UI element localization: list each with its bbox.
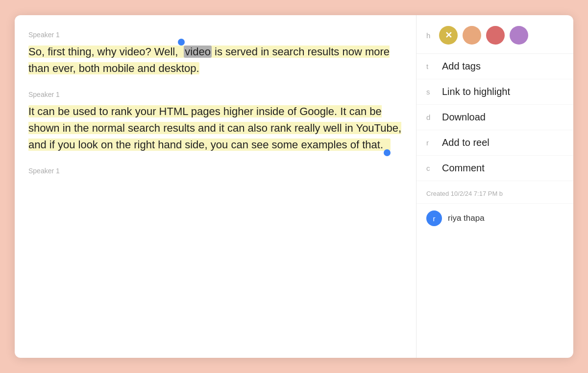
menu-item-download[interactable]: d Download xyxy=(416,105,573,130)
label-add-tags: Add tags xyxy=(442,61,481,72)
x-icon: ✕ xyxy=(445,31,452,40)
highlighted-text-1[interactable]: So, first thing, why video? Well,​video … xyxy=(28,46,390,74)
menu-item-add-tags[interactable]: t Add tags xyxy=(416,54,573,79)
label-link-highlight: Link to highlight xyxy=(442,86,510,97)
color-yellow[interactable]: ✕ xyxy=(439,26,458,45)
speaker-label-3: Speaker 1 xyxy=(28,167,402,175)
selection-handle-top[interactable] xyxy=(178,39,185,46)
avatar-initial: r xyxy=(433,214,436,223)
color-shortcut: h xyxy=(426,31,434,40)
speaker-label-2: Speaker 1 xyxy=(28,91,402,98)
menu-item-link-highlight[interactable]: s Link to highlight xyxy=(416,79,573,105)
transcript-block-2: Speaker 1 It can be used to rank your HT… xyxy=(28,91,402,153)
color-orange[interactable] xyxy=(463,26,481,45)
shortcut-c: c xyxy=(426,164,434,172)
text-before-selected: So, first thing, why video? Well, xyxy=(28,46,178,58)
color-pink[interactable] xyxy=(486,26,505,45)
right-panel: h ✕ t Add tags s Link to highlight d Dow… xyxy=(416,15,573,358)
created-label: Created 10/2/24 7:17 PM b xyxy=(426,190,503,197)
shortcut-s: s xyxy=(426,88,434,96)
label-add-reel: Add to reel xyxy=(442,137,490,148)
selected-word: video xyxy=(184,46,212,58)
transcript-block-3: Speaker 1 xyxy=(28,167,402,175)
color-purple[interactable] xyxy=(510,26,528,45)
speaker-label-1: Speaker 1 xyxy=(28,31,402,39)
paragraph-1: So, first thing, why video? Well,​video … xyxy=(28,44,402,77)
label-comment: Comment xyxy=(442,163,485,174)
highlighted-text-2[interactable]: It can be used to rank your HTML pages h… xyxy=(28,105,401,151)
shortcut-r: r xyxy=(426,139,434,147)
shortcut-d: d xyxy=(426,113,434,121)
user-row: r riya thapa xyxy=(416,204,573,233)
shortcut-t: t xyxy=(426,62,434,70)
selection-handle-bottom[interactable] xyxy=(384,149,391,156)
left-panel: Speaker 1 So, first thing, why video? We… xyxy=(15,15,416,358)
transcript-block-1: Speaker 1 So, first thing, why video? We… xyxy=(28,31,402,77)
created-section: Created 10/2/24 7:17 PM b xyxy=(416,181,573,204)
menu-item-add-reel[interactable]: r Add to reel xyxy=(416,130,573,156)
paragraph-2-text: It can be used to rank your HTML pages h… xyxy=(28,105,401,151)
color-row: h ✕ xyxy=(416,15,573,54)
user-name: riya thapa xyxy=(448,213,485,223)
avatar: r xyxy=(426,210,442,226)
paragraph-2: It can be used to rank your HTML pages h… xyxy=(28,103,402,153)
menu-item-comment[interactable]: c Comment xyxy=(416,156,573,181)
main-container: Speaker 1 So, first thing, why video? We… xyxy=(15,15,573,358)
label-download: Download xyxy=(442,112,486,123)
